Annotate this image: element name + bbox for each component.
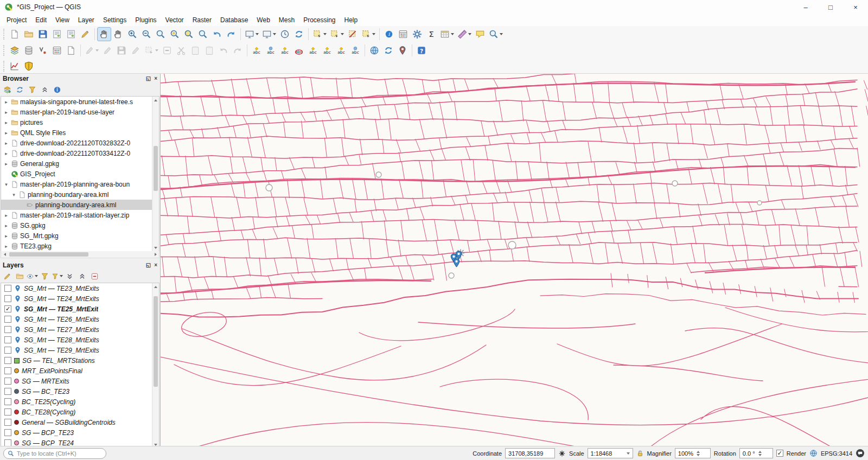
change-label-button[interactable] <box>334 43 348 58</box>
layer-visibility-checkbox[interactable] <box>4 285 11 292</box>
menu-item-layer[interactable]: Layer <box>74 15 99 25</box>
zoom-in-button[interactable] <box>125 27 139 41</box>
layer-visibility-checkbox[interactable] <box>4 336 11 343</box>
layer-visibility-checkbox[interactable] <box>4 439 11 446</box>
move-label-button[interactable] <box>306 43 320 58</box>
layer-diagram-button[interactable] <box>264 43 278 58</box>
zoom-native-button[interactable] <box>154 27 168 41</box>
refresh-map-button[interactable] <box>292 27 306 41</box>
scroll-down-icon[interactable] <box>154 247 157 249</box>
zoom-full-button[interactable] <box>168 27 182 41</box>
scrollbar-thumb[interactable] <box>9 252 88 257</box>
close-button[interactable]: × <box>843 0 868 14</box>
scrollbar-thumb[interactable] <box>154 296 158 387</box>
layers-close-button[interactable]: × <box>154 262 157 268</box>
layer-item[interactable]: SG_Mrt — TE29_MrtExits <box>1 345 152 355</box>
metasearch-button[interactable] <box>367 43 381 58</box>
refresh-browser-button[interactable] <box>14 84 25 95</box>
layer-item[interactable]: SG — TEL_MRTStations <box>1 355 152 366</box>
menu-item-processing[interactable]: Processing <box>299 15 340 25</box>
layer-visibility-checkbox[interactable] <box>4 357 11 364</box>
layer-visibility-checkbox[interactable] <box>4 316 11 323</box>
browser-item[interactable]: ▸TE23.gpkg <box>1 241 152 251</box>
browser-item[interactable]: ▸drive-download-20221120T032832Z-0 <box>1 138 152 148</box>
minimize-button[interactable]: – <box>793 0 818 14</box>
locate-box[interactable]: Type to locate (Ctrl+K) <box>3 448 106 459</box>
mrt-exit-marker[interactable] <box>454 259 459 267</box>
browser-item[interactable]: ▸malaysia-singapore-brunei-latest-free.s <box>1 97 152 107</box>
magnifier-spinbox[interactable]: 100% <box>675 448 711 458</box>
map-tips-button[interactable] <box>473 27 487 41</box>
add-group-button[interactable] <box>14 271 25 282</box>
filter-by-expression-button[interactable] <box>52 271 63 282</box>
save-edits-button[interactable] <box>114 43 129 58</box>
browser-float-button[interactable]: ◱ <box>146 75 151 81</box>
layer-visibility-checkbox[interactable] <box>4 347 11 354</box>
layer-item[interactable]: General — SGBuildingCentroids <box>1 417 152 427</box>
highlight-labels-button[interactable] <box>292 43 306 58</box>
expand-arrow-icon[interactable]: ▸ <box>3 223 9 228</box>
menu-item-database[interactable]: Database <box>216 15 252 25</box>
menu-item-help[interactable]: Help <box>340 15 362 25</box>
current-edits-button[interactable] <box>83 43 100 58</box>
crs-value[interactable]: EPSG:3414 <box>821 450 852 457</box>
layer-item[interactable]: SG_Mrt — TE27_MrtExits <box>1 324 152 335</box>
expand-arrow-icon[interactable]: ▸ <box>3 99 9 105</box>
open-project-button[interactable] <box>22 27 36 41</box>
toggle-editing-button[interactable] <box>100 43 114 58</box>
delete-selected-button[interactable] <box>160 43 174 58</box>
new-print-layout-button[interactable] <box>50 27 64 41</box>
browser-item[interactable]: ▸pictures <box>1 117 152 127</box>
browser-item[interactable]: planning-boundary-area.kml <box>1 200 152 210</box>
style-manager-button[interactable] <box>78 27 92 41</box>
browser-properties-button[interactable] <box>52 84 63 95</box>
spinner-arrows-icon[interactable] <box>758 451 762 456</box>
map-canvas[interactable] <box>161 74 868 446</box>
browser-item[interactable]: ▸master-plan-2019-land-use-layer <box>1 107 152 117</box>
pan-map-button[interactable] <box>97 27 111 41</box>
new-virtual-layer-button[interactable] <box>50 43 64 58</box>
copy-features-button[interactable] <box>188 43 202 58</box>
deselect-features-button[interactable] <box>346 27 360 41</box>
manage-map-themes-button[interactable] <box>27 271 38 282</box>
layer-item[interactable]: BC_TE28(Cycling) <box>1 407 152 417</box>
browser-item[interactable]: ▸master-plan-2019-rail-station-layer.zip <box>1 210 152 220</box>
pan-to-selection-button[interactable] <box>111 27 125 41</box>
layer-item[interactable]: SG — BC_TE23 <box>1 386 152 397</box>
expand-arrow-icon[interactable]: ▸ <box>3 151 9 156</box>
expand-arrow-icon[interactable]: ▸ <box>3 110 9 115</box>
layer-item[interactable]: SG — BCP_TE23 <box>1 427 152 438</box>
data-source-manager-button[interactable] <box>8 43 22 58</box>
expand-arrow-icon[interactable]: ▸ <box>3 140 9 146</box>
open-layer-styling-button[interactable] <box>2 271 13 282</box>
expand-arrow-icon[interactable]: ▸ <box>3 244 9 249</box>
layer-visibility-checkbox[interactable] <box>4 388 11 395</box>
menu-item-vector[interactable]: Vector <box>161 15 188 25</box>
layer-visibility-checkbox[interactable] <box>4 305 11 312</box>
expand-arrow-icon[interactable]: ▾ <box>3 182 9 187</box>
layer-visibility-checkbox[interactable] <box>4 429 11 436</box>
profile-tool-button[interactable] <box>8 59 22 73</box>
new-shapefile-layer-button[interactable] <box>36 43 50 58</box>
scroll-up-icon[interactable] <box>154 286 157 288</box>
search-button[interactable] <box>487 27 505 41</box>
new-map-view-button[interactable] <box>243 27 260 41</box>
menu-item-web[interactable]: Web <box>252 15 274 25</box>
scrollbar-thumb[interactable] <box>154 146 158 191</box>
maximize-button[interactable]: □ <box>818 0 843 14</box>
redo-button[interactable] <box>231 43 245 58</box>
layer-visibility-checkbox[interactable] <box>4 295 11 302</box>
expand-arrow-icon[interactable]: ▸ <box>3 233 9 239</box>
layer-visibility-checkbox[interactable] <box>4 326 11 333</box>
browser-item[interactable]: ▾master-plan-2019-planning-area-boun <box>1 179 152 189</box>
layer-item[interactable]: SG_Mrt — TE24_MrtExits <box>1 293 152 304</box>
scroll-down-icon[interactable] <box>154 444 157 446</box>
coordinate-input[interactable]: 31708,35189 <box>505 448 555 458</box>
lock-icon[interactable] <box>636 450 644 457</box>
collapse-all-layers-button[interactable] <box>76 271 88 282</box>
vertex-tool-button[interactable] <box>143 43 160 58</box>
browser-item[interactable]: ▸SG_Mrt.gpkg <box>1 231 152 241</box>
menu-item-raster[interactable]: Raster <box>188 15 216 25</box>
paste-features-button[interactable] <box>202 43 216 58</box>
layers-float-button[interactable]: ◱ <box>146 262 151 268</box>
